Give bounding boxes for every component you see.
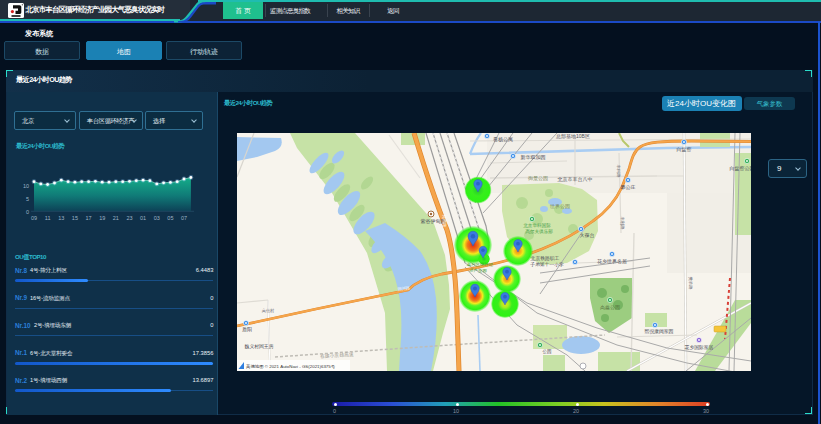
- svg-text:5: 5: [26, 196, 29, 202]
- svg-text:攀公庄: 攀公庄: [621, 184, 636, 190]
- svg-text:樊羊路: 樊羊路: [688, 276, 693, 290]
- svg-text:丰科路: 丰科路: [616, 164, 621, 178]
- svg-text:熙倪康阔家园: 熙倪康阔家园: [645, 328, 674, 335]
- svg-text:盾阳: 盾阳: [242, 326, 252, 333]
- svg-text:丰台区循环经: 丰台区循环经: [467, 262, 494, 267]
- svg-text:白盆窑公园: 白盆窑公园: [730, 165, 752, 172]
- svg-text:花乡世界名居: 花乡世界名居: [597, 258, 627, 265]
- svg-text:苑西路: 苑西路: [442, 215, 448, 228]
- svg-text:大葆台: 大葆台: [580, 232, 595, 238]
- svg-text:济产业园: 济产业园: [469, 268, 487, 273]
- svg-text:御景公园: 御景公园: [528, 175, 548, 182]
- svg-text:高鑫公园: 高鑫公园: [600, 304, 620, 311]
- svg-text:21: 21: [113, 215, 119, 221]
- svg-text:10: 10: [23, 183, 29, 189]
- svg-text:白盆窑: 白盆窑: [677, 146, 692, 153]
- svg-text:23: 23: [126, 215, 132, 221]
- svg-text:新华双加园: 新华双加园: [521, 154, 546, 161]
- svg-text:北京铁路职工: 北京铁路职工: [531, 255, 560, 262]
- svg-text:09: 09: [31, 215, 37, 221]
- svg-text:丰利路: 丰利路: [620, 216, 625, 230]
- svg-text:总部基地10B区: 总部基地10B区: [556, 133, 590, 140]
- svg-text:05: 05: [167, 215, 173, 221]
- svg-text:19: 19: [99, 215, 105, 221]
- svg-text:高德地图 © 2021 AutoNavi - GS(2021: 高德地图 © 2021 AutoNavi - GS(2021)6375号: [246, 364, 336, 369]
- svg-text:子弟第十一小学: 子弟第十一小学: [530, 261, 564, 268]
- svg-text:13: 13: [58, 215, 64, 221]
- svg-text:0: 0: [26, 209, 29, 215]
- svg-text:15: 15: [72, 215, 78, 221]
- svg-text:魏义村回王房: 魏义村回王房: [245, 343, 274, 350]
- svg-text:11: 11: [45, 215, 51, 221]
- svg-text:北京市丰台八中: 北京市丰台八中: [558, 176, 593, 183]
- svg-text:紫谷伊甸园: 紫谷伊甸园: [421, 218, 446, 225]
- svg-text:03: 03: [154, 215, 160, 221]
- svg-text:世界公园: 世界公园: [549, 203, 570, 210]
- svg-text:看杨公寓: 看杨公寓: [493, 136, 513, 143]
- svg-text:花乡国际家居: 花乡国际家居: [685, 344, 714, 351]
- svg-text:07: 07: [181, 215, 187, 221]
- svg-text:17: 17: [86, 215, 92, 221]
- svg-text:01: 01: [140, 215, 146, 221]
